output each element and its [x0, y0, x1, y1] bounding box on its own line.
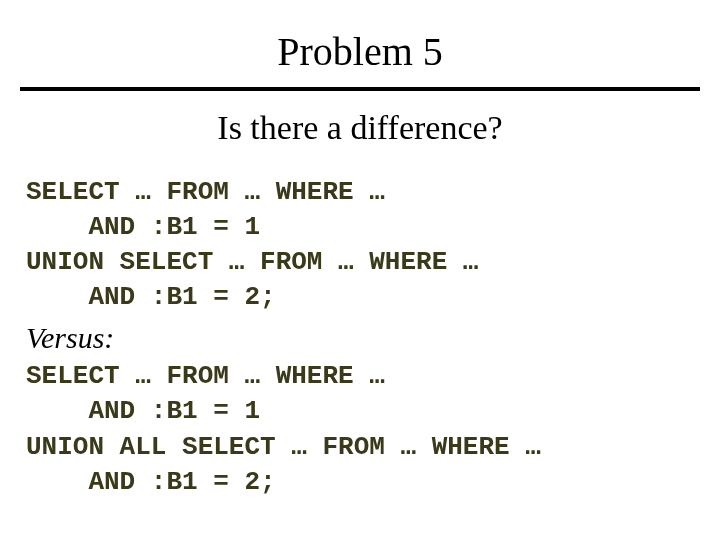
versus-label: Versus: [26, 321, 700, 355]
code-line: SELECT … FROM … WHERE … [26, 361, 385, 391]
slide-title: Problem 5 [20, 28, 700, 75]
slide-subtitle: Is there a difference? [20, 109, 700, 147]
code-line: AND :B1 = 1 [26, 396, 260, 426]
slide: Problem 5 Is there a difference? SELECT … [0, 0, 720, 540]
code-line: AND :B1 = 1 [26, 212, 260, 242]
code-block-1: SELECT … FROM … WHERE … AND :B1 = 1 UNIO… [26, 175, 700, 315]
code-line: AND :B1 = 2; [26, 467, 276, 497]
code-line: AND :B1 = 2; [26, 282, 276, 312]
code-block-2: SELECT … FROM … WHERE … AND :B1 = 1 UNIO… [26, 359, 700, 499]
code-line: SELECT … FROM … WHERE … [26, 177, 385, 207]
code-line: UNION ALL SELECT … FROM … WHERE … [26, 432, 541, 462]
code-line: UNION SELECT … FROM … WHERE … [26, 247, 478, 277]
title-divider [20, 87, 700, 91]
